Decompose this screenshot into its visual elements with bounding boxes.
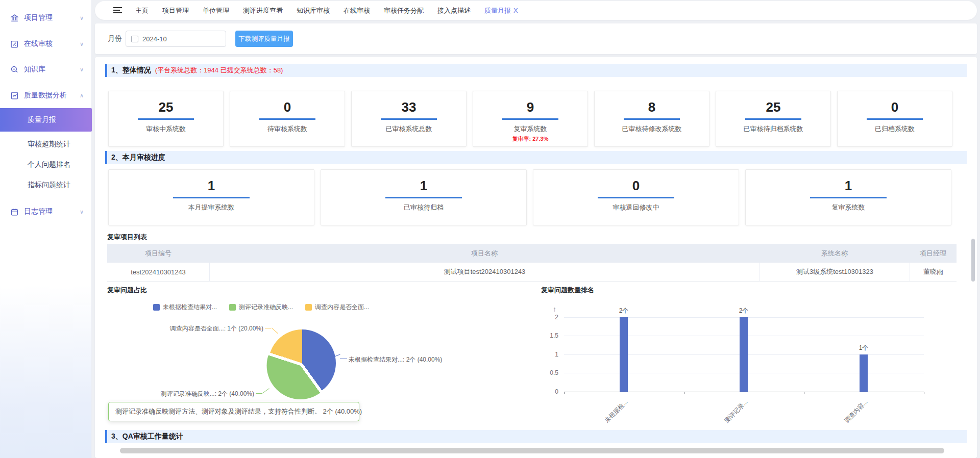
top-nav-bar: 主页 项目管理 单位管理 测评进度查看 知识库审核 在线审核 审核任务分配 接入…	[95, 1, 977, 20]
pie-label-blue: 未根据检查结果对...: 2个 (40.00%)	[349, 355, 442, 364]
download-report-button[interactable]: 下载测评质量月报	[235, 31, 293, 47]
stat-underline	[138, 118, 194, 120]
stat-card-to-archive: 25 已审核待归档系统数	[716, 91, 831, 147]
stat-label: 已归档系统数	[838, 124, 952, 134]
cell-project-name: 测试项目test202410301243	[209, 263, 760, 281]
tab-access-point-description[interactable]: 接入点描述	[437, 6, 471, 15]
sidebar-item-label: 在线审核	[24, 39, 53, 48]
tab-online-review[interactable]: 在线审核	[344, 6, 370, 15]
y-tick-label: 0	[538, 388, 558, 395]
stat-card-pending-review: 0 待审核系统数	[230, 91, 345, 147]
calendar-icon	[10, 208, 19, 216]
cell-project-manager: 董晓雨	[910, 263, 957, 281]
column-header-project-manager: 项目经理	[910, 244, 957, 263]
bar-value-label: 2个	[739, 307, 749, 315]
chevron-down-icon: ∨	[80, 209, 84, 215]
sidebar-item-log-management[interactable]: 日志管理 ∨	[0, 199, 92, 224]
stat-underline	[173, 197, 250, 198]
column-header-system-name: 系统名称	[760, 244, 910, 263]
stat-card-month-re-review: 1 复审系统数	[745, 169, 951, 225]
column-header-project-id: 项目编号	[107, 244, 209, 263]
vertical-scrollbar[interactable]	[971, 239, 975, 282]
axis-tick	[684, 392, 684, 394]
bar-category-2[interactable]: 2个	[740, 317, 748, 392]
table-header-row: 项目编号 项目名称 系统名称 项目经理	[107, 244, 957, 263]
stat-underline	[502, 118, 558, 120]
sidebar-item-label: 质量数据分析	[24, 91, 67, 100]
stat-value: 0	[230, 99, 345, 115]
tab-evaluation-progress[interactable]: 测评进度查看	[243, 6, 283, 15]
pie-chart[interactable]	[268, 329, 336, 397]
stat-label: 复审系统数	[746, 203, 951, 212]
tab-unit-management[interactable]: 单位管理	[203, 6, 229, 15]
stat-card-re-review: 9 复审系统数 复审率: 27.3%	[473, 91, 588, 147]
sidebar-subitem-label: 审核超期统计	[28, 140, 70, 149]
y-tick-label: 1.5	[538, 332, 558, 339]
sidebar-item-quality-data-analysis[interactable]: 质量数据分析 ∧	[0, 83, 92, 108]
bank-icon	[10, 14, 19, 22]
bar-category-3[interactable]: 1个	[860, 354, 868, 392]
legend-swatch-icon	[153, 304, 160, 311]
tab-home[interactable]: 主页	[135, 6, 149, 15]
nav-tabs: 主页 项目管理 单位管理 测评进度查看 知识库审核 在线审核 审核任务分配 接入…	[135, 6, 518, 15]
section-title: 1、整体情况	[111, 66, 151, 75]
table-row[interactable]: test202410301243 测试项目test202410301243 测试…	[107, 263, 957, 282]
sidebar-subitem-personal-issue-ranking[interactable]: 个人问题排名	[0, 154, 92, 175]
horizontal-scrollbar[interactable]	[120, 448, 944, 453]
report-content: 1、整体情况 (平台系统总数：1944 已提交系统总数：58) 25 审核中系统…	[95, 57, 977, 458]
stat-label: 待审核系统数	[230, 124, 345, 134]
bar-value-label: 1个	[859, 344, 869, 352]
pie-label-green: 测评记录准确反映...: 2个 (40.00%)	[157, 390, 254, 398]
stat-value: 1	[321, 178, 526, 193]
stat-value: 8	[595, 99, 709, 115]
tab-knowledge-review[interactable]: 知识库审核	[297, 6, 330, 15]
legend-item-blue[interactable]: 未根据检查结果对...	[153, 303, 217, 312]
stat-value: 25	[716, 99, 830, 115]
chevron-down-icon: ∨	[80, 41, 84, 47]
tab-project-management[interactable]: 项目管理	[162, 6, 189, 15]
stat-card-month-returned: 0 审核退回修改中	[533, 169, 739, 225]
collapse-menu-icon[interactable]	[113, 7, 122, 14]
sidebar-item-label: 项目管理	[24, 13, 53, 22]
stat-label: 已审核待归档系统数	[716, 124, 830, 134]
cell-project-id: test202410301243	[107, 263, 209, 281]
sidebar-subitem-quality-monthly-report[interactable]: 质量月报	[0, 108, 92, 132]
sidebar-subitem-label: 个人问题排名	[28, 160, 70, 169]
close-tab-icon[interactable]: X	[513, 7, 518, 14]
y-axis-arrow-icon: ↑	[553, 305, 556, 313]
sidebar-item-project-management[interactable]: 项目管理 ∨	[0, 5, 92, 31]
stat-label: 已审核待修改系统数	[595, 124, 709, 134]
section-title: 3、QA审核工作量统计	[111, 432, 183, 441]
bar-chart[interactable]: 2个 2个 1个	[564, 317, 924, 392]
stat-card-archived: 0 已归档系统数	[837, 91, 952, 147]
sidebar-item-label: 知识库	[24, 65, 45, 74]
section-3-header: 3、QA审核工作量统计	[105, 430, 967, 443]
axis-tick	[804, 392, 804, 394]
pie-label-line	[256, 393, 262, 394]
stat-value: 1	[746, 178, 951, 193]
sidebar-subitem-indicator-issue-stats[interactable]: 指标问题统计	[0, 174, 92, 196]
section-title: 2、本月审核进度	[111, 153, 165, 162]
axis-tick	[924, 392, 924, 394]
sidebar-item-label: 日志管理	[24, 207, 53, 216]
legend-label: 测评记录准确反映...	[239, 303, 293, 312]
y-tick-label: 0.5	[538, 369, 558, 376]
legend-item-yellow[interactable]: 调查内容是否全面...	[305, 303, 369, 312]
stat-underline	[624, 118, 680, 120]
pie-legend: 未根据检查结果对... 测评记录准确反映... 调查内容是否全面...	[153, 303, 369, 312]
sidebar-subitem-review-overdue-stats[interactable]: 审核超期统计	[0, 134, 92, 155]
stat-underline	[385, 197, 462, 198]
sidebar-item-knowledge-base[interactable]: 知识库 ∨	[0, 57, 92, 82]
legend-label: 调查内容是否全面...	[315, 303, 369, 312]
month-picker-input[interactable]: 2024-10	[126, 31, 226, 47]
chevron-up-icon: ∧	[80, 92, 84, 99]
tab-quality-monthly-report[interactable]: 质量月报X	[484, 6, 518, 15]
legend-swatch-icon	[229, 304, 236, 311]
stat-label: 复审系统数	[473, 124, 587, 134]
stat-underline	[598, 197, 674, 198]
tab-review-task-assignment[interactable]: 审核任务分配	[384, 6, 424, 15]
column-header-project-name: 项目名称	[209, 244, 760, 263]
legend-item-green[interactable]: 测评记录准确反映...	[229, 303, 293, 312]
sidebar-item-online-review[interactable]: 在线审核 ∨	[0, 31, 92, 57]
bar-category-1[interactable]: 2个	[620, 317, 628, 392]
